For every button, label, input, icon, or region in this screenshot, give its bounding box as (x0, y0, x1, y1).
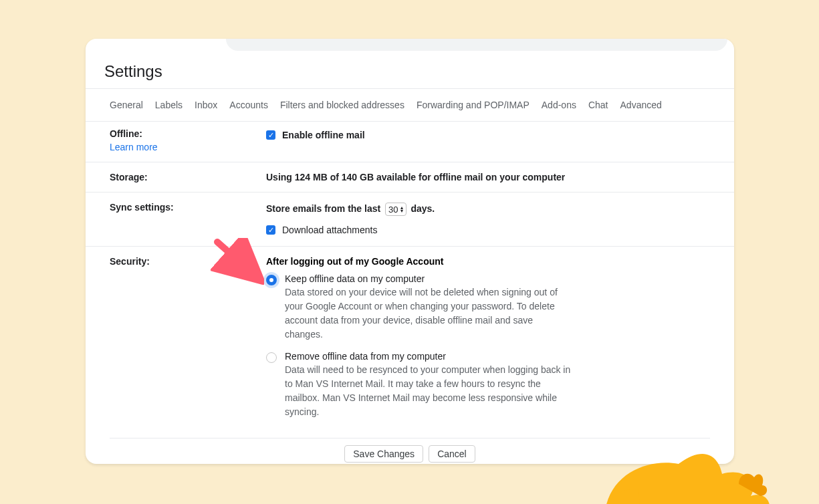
offline-label: Offline: (110, 128, 142, 139)
sync-days-value: 30 (388, 205, 398, 215)
radio-remove-data[interactable] (266, 352, 277, 363)
sync-pre: Store emails from the last (266, 203, 380, 214)
security-option-keep: Keep offline data on my computer Data st… (266, 273, 710, 342)
tab-addons[interactable]: Add-ons (542, 100, 576, 110)
tab-forwarding[interactable]: Forwarding and POP/IMAP (417, 100, 530, 110)
keep-data-title: Keep offline data on my computer (285, 273, 572, 284)
enable-offline-label: Enable offline mail (282, 130, 365, 140)
cancel-button[interactable]: Cancel (429, 445, 475, 463)
offline-row: Offline: Learn more ✓ Enable offline mai… (86, 119, 734, 162)
tab-general[interactable]: General (110, 100, 143, 110)
security-heading: After logging out of my Google Account (266, 256, 710, 267)
sync-row: Sync settings: Store emails from the las… (86, 193, 734, 247)
actions-row: Save Changes Cancel (110, 438, 710, 464)
tab-inbox[interactable]: Inbox (195, 100, 217, 110)
security-row: Security: After logging out of my Google… (86, 247, 734, 438)
tab-chat[interactable]: Chat (588, 100, 608, 110)
tab-filters[interactable]: Filters and blocked addresses (280, 100, 404, 110)
settings-panel: Settings General Labels Inbox Accounts F… (86, 39, 734, 464)
learn-more-link[interactable]: Learn more (110, 142, 266, 152)
remove-data-desc: Data will need to be resynced to your co… (285, 363, 572, 419)
save-button[interactable]: Save Changes (344, 445, 423, 463)
security-option-remove: Remove offline data from my computer Dat… (266, 351, 710, 419)
sync-days-select[interactable]: 30 ▴▾ (385, 203, 406, 216)
tab-advanced[interactable]: Advanced (620, 100, 662, 110)
storage-label: Storage: (110, 172, 148, 182)
storage-text: Using 124 MB of 140 GB available for off… (266, 172, 565, 182)
settings-body: Offline: Learn more ✓ Enable offline mai… (86, 119, 734, 464)
enable-offline-checkbox[interactable]: ✓ (266, 130, 275, 140)
tab-labels[interactable]: Labels (155, 100, 183, 110)
remove-data-title: Remove offline data from my computer (285, 351, 572, 362)
page-title: Settings (104, 62, 162, 81)
settings-tabs: General Labels Inbox Accounts Filters an… (86, 88, 734, 122)
storage-row: Storage: Using 124 MB of 140 GB availabl… (86, 162, 734, 193)
download-attachments-checkbox[interactable]: ✓ (266, 225, 275, 235)
keep-data-desc: Data stored on your device will not be d… (285, 285, 572, 342)
radio-keep-data[interactable] (266, 275, 277, 285)
tab-accounts[interactable]: Accounts (229, 100, 268, 110)
select-carets-icon: ▴▾ (400, 206, 403, 213)
security-label: Security: (110, 256, 150, 267)
sync-label: Sync settings: (110, 202, 174, 213)
sync-post: days. (411, 203, 435, 214)
download-attachments-label: Download attachments (282, 225, 377, 235)
search-bar-stub (226, 39, 727, 51)
